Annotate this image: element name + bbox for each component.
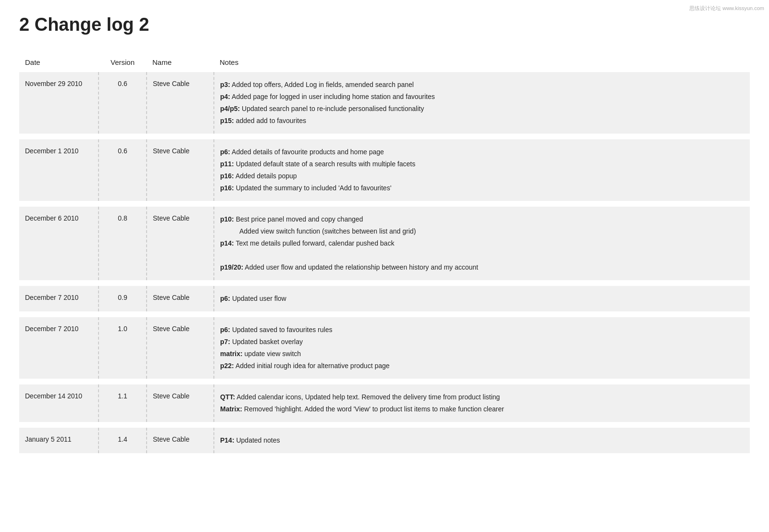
table-row: December 7 20101.0Steve Cablep6: Updated…: [19, 317, 750, 379]
cell-date: December 14 2010: [19, 384, 99, 422]
spacer-row: [19, 134, 750, 139]
spacer-row: [19, 422, 750, 428]
cell-version: 0.6: [99, 139, 147, 201]
cell-date: December 7 2010: [19, 286, 99, 311]
cell-version: 1.0: [99, 317, 147, 379]
header-date: Date: [19, 54, 99, 72]
header-notes: Notes: [214, 54, 750, 72]
cell-date: December 6 2010: [19, 207, 99, 280]
cell-notes: p6: Updated saved to favourites rulesp7:…: [214, 317, 750, 379]
cell-date: December 1 2010: [19, 139, 99, 201]
header-version: Version: [99, 54, 147, 72]
cell-version: 0.6: [99, 72, 147, 134]
cell-date: December 7 2010: [19, 317, 99, 379]
cell-notes: p10: Best price panel moved and copy cha…: [214, 207, 750, 280]
cell-version: 0.9: [99, 286, 147, 311]
cell-date: January 5 2011: [19, 428, 99, 453]
cell-notes: p6: Added details of favourite products …: [214, 139, 750, 201]
cell-version: 1.1: [99, 384, 147, 422]
table-row: December 1 20100.6Steve Cablep6: Added d…: [19, 139, 750, 201]
cell-notes: p6: Updated user flow: [214, 286, 750, 311]
table-row: January 5 20111.4Steve CableP14: Updated…: [19, 428, 750, 453]
cell-name: Steve Cable: [147, 286, 214, 311]
cell-name: Steve Cable: [147, 428, 214, 453]
watermark: 思练设计论坛 www.kissyun.com: [689, 5, 764, 12]
cell-name: Steve Cable: [147, 72, 214, 134]
table-row: December 7 20100.9Steve Cablep6: Updated…: [19, 286, 750, 311]
changelog-table: Date Version Name Notes November 29 2010…: [19, 54, 750, 453]
table-row: December 14 20101.1Steve CableQTT: Added…: [19, 384, 750, 422]
page-title: 2 Change log 2: [19, 14, 750, 35]
cell-notes: p3: Added top offers, Added Log in field…: [214, 72, 750, 134]
cell-name: Steve Cable: [147, 384, 214, 422]
table-row: November 29 20100.6Steve Cablep3: Added …: [19, 72, 750, 134]
cell-notes: P14: Updated notes: [214, 428, 750, 453]
cell-name: Steve Cable: [147, 317, 214, 379]
spacer-row: [19, 280, 750, 286]
spacer-row: [19, 201, 750, 207]
cell-version: 1.4: [99, 428, 147, 453]
header-name: Name: [147, 54, 214, 72]
spacer-row: [19, 379, 750, 384]
cell-notes: QTT: Added calendar icons, Updated help …: [214, 384, 750, 422]
cell-name: Steve Cable: [147, 207, 214, 280]
cell-version: 0.8: [99, 207, 147, 280]
table-row: December 6 20100.8Steve Cablep10: Best p…: [19, 207, 750, 280]
cell-date: November 29 2010: [19, 72, 99, 134]
cell-name: Steve Cable: [147, 139, 214, 201]
spacer-row: [19, 311, 750, 317]
